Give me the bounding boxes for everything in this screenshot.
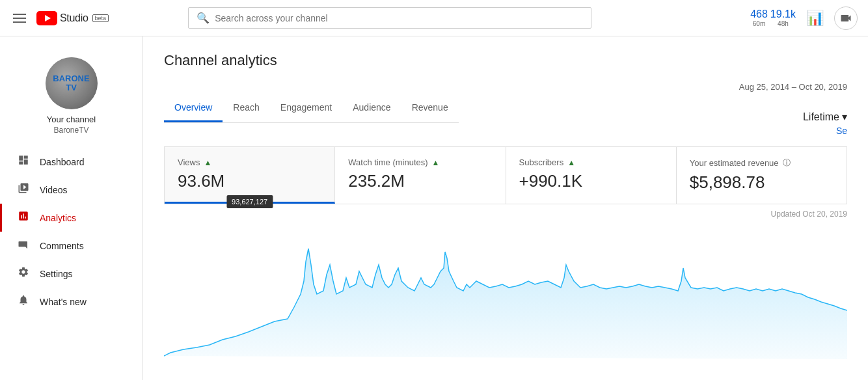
search-bar[interactable]: 🔍 [188,7,591,29]
metric-label-row-views: Views ▲ [178,157,321,167]
metric-card-views[interactable]: Views ▲ 93.6M 93,627,127 [165,147,335,204]
tab-engagement[interactable]: Engagement [270,94,342,122]
metric-label-subscribers: Subscribers [519,157,564,167]
trend-icon-subscribers: ▲ [567,158,575,167]
metric-value-revenue: $5,898.78 [690,172,834,193]
analytics-chart [164,229,847,359]
settings-icon [18,266,29,281]
metric-label-row-watch-time: Watch time (minutes) ▲ [348,157,492,167]
sidebar-label-settings: Settings [40,269,73,279]
search-input[interactable] [215,13,583,23]
analytics-nav-icon [18,210,29,225]
nav-right: 468 60m 19.1k 48h 📊 [750,7,858,30]
whats-new-icon [18,294,29,309]
stat-subs-label: 48h [770,20,796,28]
comments-icon [18,238,29,253]
sidebar-item-whats-new[interactable]: What's new [0,288,142,316]
sidebar-item-videos[interactable]: Videos [0,176,142,204]
metric-value-watch-time: 235.2M [348,171,492,191]
stat-views: 468 60m [750,8,768,28]
studio-label: Studio [60,12,88,24]
stat-views-label: 60m [750,20,768,28]
tabs: Overview Reach Engagement Audience Reven… [164,94,459,123]
see-more-link[interactable]: Se [836,126,847,136]
sidebar-item-analytics[interactable]: Analytics [0,204,142,232]
trend-icon-views: ▲ [204,158,211,167]
stat-views-value: 468 [750,8,768,20]
date-range-text: Aug 25, 2014 – Oct 20, 2019 [739,82,847,92]
updated-row: Updated Oct 20, 2019 [164,210,847,219]
sidebar-item-comments[interactable]: Comments [0,232,142,260]
metrics-row: Views ▲ 93.6M 93,627,127 Watch time (min… [164,146,847,204]
page-title: Channel analytics [164,52,847,69]
top-nav: Studio beta 🔍 468 60m 19.1k 48h 📊 [0,0,868,36]
page-layout: BARONE TV Your channel BaroneTV Dashboar… [0,36,868,380]
date-range-row: Aug 25, 2014 – Oct 20, 2019 [164,82,847,92]
stat-subs-value: 19.1k [770,8,796,20]
lifetime-selector[interactable]: Lifetime ▾ [803,111,847,123]
beta-badge: beta [92,14,109,22]
avatar-inner: BARONE TV [46,57,98,109]
sidebar-item-settings[interactable]: Settings [0,260,142,288]
chart-area [164,229,847,359]
channel-logo: BARONE TV [53,74,89,93]
search-icon: 🔍 [197,12,210,24]
main-content: Channel analytics Aug 25, 2014 – Oct 20,… [143,36,868,380]
sidebar-item-dashboard[interactable]: Dashboard [0,148,142,176]
metric-label-views: Views [178,157,200,167]
metric-value-subscribers: +990.1K [519,171,663,191]
metric-card-subscribers[interactable]: Subscribers ▲ +990.1K [506,147,677,204]
metric-label-row-revenue: Your estimated revenue ⓘ [690,157,834,169]
nav-left: Studio beta [10,11,109,25]
metric-card-watch-time[interactable]: Watch time (minutes) ▲ 235.2M [335,147,506,204]
sidebar-label-analytics: Analytics [40,213,76,223]
chevron-down-icon: ▾ [842,111,847,123]
youtube-icon [36,11,57,25]
nav-stats: 468 60m 19.1k 48h [750,8,796,28]
sidebar-label-dashboard: Dashboard [40,157,85,167]
channel-handle: BaroneTV [53,126,88,135]
analytics-icon[interactable]: 📊 [806,10,824,27]
sidebar-label-comments: Comments [40,241,84,251]
info-icon-revenue[interactable]: ⓘ [783,157,791,169]
channel-profile: BARONE TV Your channel BaroneTV [0,47,142,148]
stat-subs: 19.1k 48h [770,8,796,28]
tab-revenue[interactable]: Revenue [401,94,459,122]
youtube-logo: Studio beta [36,11,109,25]
sidebar-label-whats-new: What's new [40,297,87,307]
tab-reach[interactable]: Reach [223,94,269,122]
upload-button[interactable] [834,7,858,30]
sidebar: BARONE TV Your channel BaroneTV Dashboar… [0,36,143,380]
metric-label-revenue: Your estimated revenue [690,158,779,168]
tab-overview[interactable]: Overview [164,94,223,122]
videos-icon [18,182,29,197]
metric-label-watch-time: Watch time (minutes) [348,157,427,167]
channel-name: Your channel [47,115,96,124]
updated-text: Updated Oct 20, 2019 [771,210,847,219]
metric-label-row-subscribers: Subscribers ▲ [519,157,663,167]
see-more-row: Se [164,126,847,136]
sidebar-nav: Dashboard Videos Analytics Comments [0,148,142,316]
avatar: BARONE TV [46,57,98,109]
dashboard-icon [18,154,29,169]
trend-icon-watch-time: ▲ [432,158,440,167]
tab-audience[interactable]: Audience [342,94,401,122]
views-tooltip: 93,627,127 [226,195,273,208]
hamburger-button[interactable] [10,11,29,25]
metric-value-views: 93.6M [178,171,321,191]
sidebar-label-videos: Videos [40,185,68,195]
lifetime-label: Lifetime [803,111,839,123]
metric-card-revenue[interactable]: Your estimated revenue ⓘ $5,898.78 [677,147,847,204]
